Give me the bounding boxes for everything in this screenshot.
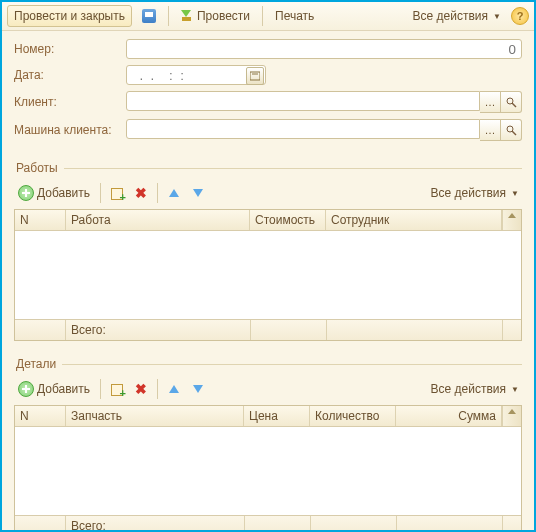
- separator: [157, 183, 158, 203]
- works-body[interactable]: [15, 231, 521, 319]
- chevron-down-icon: ▼: [511, 189, 519, 198]
- client-field[interactable]: [126, 91, 480, 111]
- svg-rect-0: [250, 72, 260, 80]
- works-col-employee[interactable]: Сотрудник: [326, 210, 502, 230]
- help-icon: ?: [517, 10, 524, 22]
- chevron-down-icon: ▼: [493, 12, 501, 21]
- works-all-actions-label: Все действия: [431, 186, 506, 200]
- works-fieldset: Работы Добавить ✖ Все действия ▼ N Работ…: [14, 161, 522, 351]
- parts-delete-button[interactable]: ✖: [131, 379, 151, 399]
- works-clone-button[interactable]: [107, 183, 127, 203]
- form-area: Номер: Дата: Клиент: … Машина клиента: …: [2, 31, 534, 155]
- arrow-down-icon: [193, 385, 203, 393]
- save-button[interactable]: [135, 5, 163, 27]
- post-label: Провести: [197, 9, 250, 23]
- separator: [100, 379, 101, 399]
- all-actions-label: Все действия: [413, 9, 488, 23]
- delete-icon: ✖: [135, 185, 147, 201]
- main-toolbar: Провести и закрыть Провести Печать Все д…: [2, 2, 534, 31]
- chevron-down-icon: ▼: [511, 385, 519, 394]
- separator: [157, 379, 158, 399]
- works-add-button[interactable]: Добавить: [14, 183, 94, 203]
- calendar-icon[interactable]: [246, 67, 264, 85]
- client-select-button[interactable]: …: [480, 91, 501, 113]
- parts-header: N Запчасть Цена Количество Сумма: [15, 406, 521, 427]
- parts-all-actions-button[interactable]: Все действия ▼: [428, 381, 522, 397]
- all-actions-button[interactable]: Все действия ▼: [406, 5, 508, 27]
- print-button[interactable]: Печать: [268, 5, 321, 27]
- post-icon: [181, 10, 194, 23]
- works-col-cost[interactable]: Стоимость: [250, 210, 326, 230]
- separator: [100, 183, 101, 203]
- works-all-actions-button[interactable]: Все действия ▼: [428, 185, 522, 201]
- parts-clone-button[interactable]: [107, 379, 127, 399]
- scrollbar[interactable]: [502, 210, 521, 230]
- works-move-down-button[interactable]: [188, 183, 208, 203]
- parts-col-qty[interactable]: Количество: [310, 406, 396, 426]
- post-and-close-button[interactable]: Провести и закрыть: [7, 5, 132, 27]
- parts-add-label: Добавить: [37, 382, 90, 396]
- arrow-down-icon: [193, 189, 203, 197]
- works-footer: Всего:: [15, 319, 521, 340]
- date-label: Дата:: [14, 68, 126, 82]
- works-grid[interactable]: N Работа Стоимость Сотрудник Всего:: [14, 209, 522, 341]
- parts-title: Детали: [14, 357, 62, 371]
- clone-icon: [110, 382, 124, 396]
- parts-add-button[interactable]: Добавить: [14, 379, 94, 399]
- help-button[interactable]: ?: [511, 7, 529, 25]
- parts-total-label: Всего:: [66, 516, 245, 532]
- works-total-label: Всего:: [66, 320, 251, 340]
- parts-grid[interactable]: N Запчасть Цена Количество Сумма Всего:: [14, 405, 522, 532]
- parts-col-n[interactable]: N: [15, 406, 66, 426]
- parts-fieldset: Детали Добавить ✖ Все действия ▼ N Запча…: [14, 357, 522, 532]
- parts-footer: Всего:: [15, 515, 521, 532]
- works-move-up-button[interactable]: [164, 183, 184, 203]
- works-title: Работы: [14, 161, 64, 175]
- save-icon: [142, 9, 156, 23]
- separator: [168, 6, 169, 26]
- arrow-up-icon: [169, 189, 179, 197]
- date-field[interactable]: [126, 65, 266, 85]
- svg-line-5: [512, 131, 516, 135]
- svg-line-3: [512, 103, 516, 107]
- client-label: Клиент:: [14, 95, 126, 109]
- car-search-button[interactable]: [501, 119, 522, 141]
- car-select-button[interactable]: …: [480, 119, 501, 141]
- works-col-work[interactable]: Работа: [66, 210, 250, 230]
- works-add-label: Добавить: [37, 186, 90, 200]
- scrollbar[interactable]: [502, 406, 521, 426]
- works-delete-button[interactable]: ✖: [131, 183, 151, 203]
- parts-col-price[interactable]: Цена: [244, 406, 310, 426]
- number-field[interactable]: [126, 39, 522, 59]
- works-header: N Работа Стоимость Сотрудник: [15, 210, 521, 231]
- arrow-up-icon: [169, 385, 179, 393]
- car-field[interactable]: [126, 119, 480, 139]
- car-label: Машина клиента:: [14, 123, 126, 137]
- parts-move-up-button[interactable]: [164, 379, 184, 399]
- delete-icon: ✖: [135, 381, 147, 397]
- print-label: Печать: [275, 9, 314, 23]
- number-label: Номер:: [14, 42, 126, 56]
- works-col-n[interactable]: N: [15, 210, 66, 230]
- plus-icon: [18, 185, 34, 201]
- client-search-button[interactable]: [501, 91, 522, 113]
- parts-all-actions-label: Все действия: [431, 382, 506, 396]
- parts-move-down-button[interactable]: [188, 379, 208, 399]
- separator: [262, 6, 263, 26]
- plus-icon: [18, 381, 34, 397]
- parts-col-part[interactable]: Запчасть: [66, 406, 244, 426]
- parts-body[interactable]: [15, 427, 521, 515]
- post-button[interactable]: Провести: [174, 5, 257, 27]
- clone-icon: [110, 186, 124, 200]
- parts-col-sum[interactable]: Сумма: [396, 406, 502, 426]
- post-and-close-label: Провести и закрыть: [14, 9, 125, 23]
